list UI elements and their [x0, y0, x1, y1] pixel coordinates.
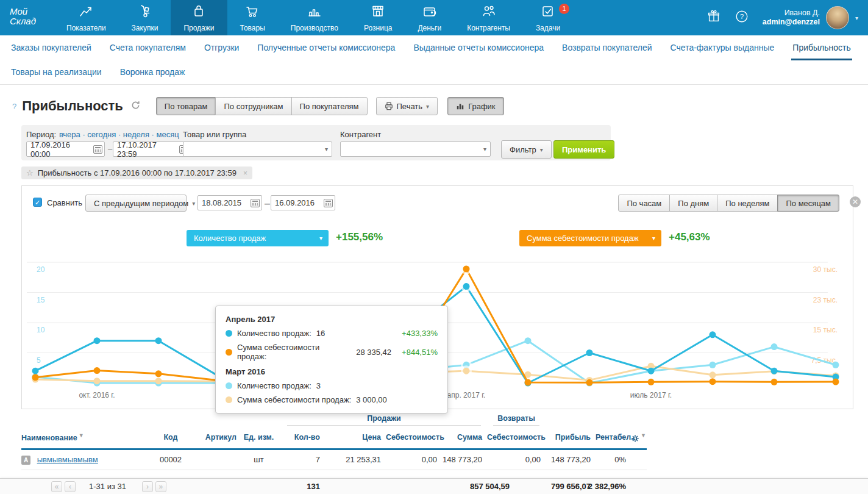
user-name: Иванов Д. [763, 9, 820, 18]
calendar-icon[interactable] [251, 199, 260, 207]
subnav-customer-invoices[interactable]: Счета покупателям [110, 43, 186, 52]
star-icon[interactable]: ☆ [26, 168, 34, 177]
subnav-customer-returns[interactable]: Возвраты покупателей [562, 43, 652, 52]
series-cost-selector[interactable]: Сумма себестоимости продаж ▾ [519, 230, 661, 246]
product-link[interactable]: ывмывмывмывм [37, 455, 98, 464]
filter-button[interactable]: Фильтр ▾ [501, 140, 552, 159]
nav-label: Контрагенты [467, 24, 510, 32]
col-margin[interactable]: Рентабел... [596, 428, 631, 449]
series-count-selector[interactable]: Количество продаж ▾ [187, 230, 329, 246]
series-count-delta: +155,56% [336, 231, 383, 243]
compare-mode-dropdown[interactable]: С предыдущим периодом ▾ [85, 195, 187, 212]
people-icon [481, 4, 497, 21]
compare-date-from-input[interactable]: 18.08.2015 [197, 195, 262, 210]
granularity-by-days[interactable]: По дням [669, 195, 717, 212]
next-page-button[interactable]: › [142, 481, 153, 492]
print-button[interactable]: Печать ▾ [376, 97, 438, 115]
col-profit[interactable]: Прибыль [546, 428, 596, 449]
col-sum[interactable]: Сумма [442, 428, 487, 449]
date-from-value: 17.09.2016 00:00 [30, 140, 90, 159]
gift-icon[interactable] [706, 9, 721, 26]
calendar-icon[interactable] [93, 145, 102, 154]
date-from-input[interactable]: 17.09.2016 00:00 [26, 141, 105, 157]
col-price[interactable]: Цена [325, 428, 386, 449]
first-page-button[interactable]: « [51, 481, 62, 492]
col-article[interactable]: Артикул [194, 428, 241, 449]
app-window: Мой Склад Показатели Закупки Продажи Тов… [0, 0, 868, 494]
col-name[interactable]: Наименование▼ [21, 428, 152, 449]
col-unit[interactable]: Ед. изм. [241, 428, 281, 449]
close-icon[interactable]: × [243, 169, 247, 177]
compare-checkbox[interactable] [33, 198, 42, 207]
nav-retail[interactable]: Розница [351, 0, 405, 35]
tab-by-customers[interactable]: По покупателям [291, 97, 368, 115]
nav-sales[interactable]: Продажи [171, 0, 227, 35]
nav-label: Закупки [132, 24, 158, 32]
gear-icon [631, 434, 639, 443]
tab-by-products[interactable]: По товарам [156, 97, 216, 115]
user-menu[interactable]: Иванов Д. admin@denzzel ▾ [763, 6, 858, 29]
avatar[interactable] [826, 6, 849, 29]
cell-margin: 0% [596, 449, 631, 470]
svg-text:10: 10 [37, 326, 45, 334]
factory-icon [307, 4, 322, 21]
nav-tasks[interactable]: Задачи 1 [523, 0, 573, 35]
calendar-icon[interactable] [324, 199, 333, 207]
granularity-by-weeks[interactable]: По неделям [717, 195, 778, 212]
last-page-button[interactable]: » [155, 481, 166, 492]
refresh-icon[interactable] [131, 101, 140, 112]
table-row[interactable]: А ывмывмывмывм 00002 шт 7 21 253,31 0,00… [21, 449, 647, 470]
sum-total: 857 504,59 [470, 482, 510, 491]
filter-panel: Период: вчера · сегодня · неделя · месяц… [21, 125, 611, 160]
date-to-input[interactable]: 17.10.2017 23:59 [113, 141, 191, 157]
group-sales-header: Продажи [287, 414, 481, 426]
qty-total: 131 [307, 482, 320, 491]
saved-filter-chip[interactable]: ☆ Прибыльность с 17.09.2016 00:00 по 17.… [21, 166, 252, 179]
granularity-by-hours[interactable]: По часам [618, 195, 670, 212]
nav-label: Производство [291, 24, 338, 32]
subnav-received-commission-reports[interactable]: Полученные отчеты комиссионера [257, 43, 395, 52]
col-cost[interactable]: Себестоимость [386, 428, 442, 449]
column-settings[interactable]: ▼ [631, 428, 647, 449]
compare-row: Сравнить С предыдущим периодом ▾ 18.08.2… [22, 186, 853, 219]
app-logo[interactable]: Мой Склад [0, 0, 54, 35]
counterparty-combobox[interactable]: ▾ [340, 141, 491, 157]
col-code[interactable]: Код [152, 428, 194, 449]
subnav-sales-funnel[interactable]: Воронка продаж [120, 67, 185, 77]
subnav-customer-orders[interactable]: Заказы покупателей [11, 43, 91, 52]
series-cost-delta: +45,63% [669, 231, 710, 243]
compare-date-to-value: 16.09.2016 [275, 198, 315, 207]
subnav-issued-commission-reports[interactable]: Выданные отчеты комиссионера [413, 43, 544, 52]
prev-page-button[interactable]: ‹ [65, 481, 76, 492]
nav-goods[interactable]: Товары [227, 0, 278, 35]
subnav-issued-vat-invoices[interactable]: Счета-фактуры выданные [671, 43, 775, 52]
period-shortcuts[interactable]: вчера · сегодня · неделя · месяц [59, 130, 179, 139]
nav-counterparties[interactable]: Контрагенты [454, 0, 523, 35]
nav-purchases[interactable]: Закупки [119, 0, 171, 35]
context-help-icon[interactable]: ? [12, 102, 16, 111]
product-avatar: А [21, 456, 30, 465]
nav-indicators[interactable]: Показатели [54, 0, 119, 35]
subnav-shipments[interactable]: Отгрузки [204, 43, 239, 52]
sort-icon: ▼ [79, 432, 84, 439]
col-return-cost[interactable]: Себестоимость [487, 428, 546, 449]
tooltip-delta: +844,51% [402, 348, 438, 357]
tab-by-employees[interactable]: По сотрудникам [215, 97, 291, 115]
chevron-down-icon: ▾ [426, 103, 429, 110]
apply-button[interactable]: Применить [553, 140, 614, 159]
granularity-by-months[interactable]: По месяцам [777, 195, 839, 212]
subnav-consignment-goods[interactable]: Товары на реализации [11, 67, 102, 77]
nav-production[interactable]: Производство [278, 0, 351, 35]
product-combobox[interactable]: ▾ [183, 141, 332, 157]
tooltip-row: Количество продаж: 3 [226, 381, 438, 390]
compare-date-to-input[interactable]: 16.09.2016 [271, 195, 335, 210]
profit-total: 799 656,07 [551, 482, 591, 491]
nav-money[interactable]: Деньги [405, 0, 454, 35]
filter-button-label: Фильтр [510, 145, 536, 154]
svg-text:15: 15 [37, 296, 45, 304]
chart-toggle-button[interactable]: График [447, 97, 503, 115]
col-qty[interactable]: Кол-во [281, 428, 325, 449]
help-icon[interactable]: ? [735, 9, 749, 26]
close-compare-icon[interactable]: ✕ [850, 196, 861, 207]
subnav-profitability[interactable]: Прибыльность [792, 43, 850, 52]
